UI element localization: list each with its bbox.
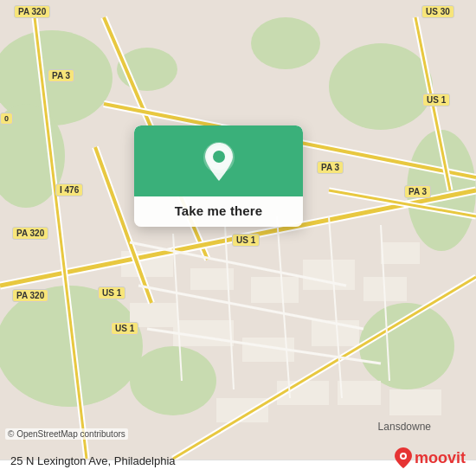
svg-rect-21 (338, 381, 381, 405)
location-pin-icon (200, 141, 238, 184)
take-me-there-card[interactable]: Take me there (134, 125, 303, 227)
road-label-us1-mid: US 1 (232, 234, 260, 247)
svg-rect-13 (303, 260, 355, 290)
svg-rect-22 (389, 389, 441, 415)
svg-point-4 (130, 346, 216, 415)
bottom-bar: 25 N Lexington Ave, Philadelphia moovit (0, 460, 476, 476)
address-label: 25 N Lexington Ave, Philadelphia (10, 454, 176, 467)
svg-point-52 (402, 454, 405, 458)
road-label-pa320-mid: PA 320 (12, 227, 48, 240)
svg-point-5 (329, 43, 433, 130)
road-label-i476: I 476 (55, 183, 83, 196)
lansdowne-label: Lansdowne (378, 421, 431, 433)
svg-rect-12 (251, 277, 299, 303)
road-label-pa320-bot: PA 320 (12, 289, 48, 302)
road-label-us1-right: US 1 (422, 93, 450, 106)
take-me-there-button[interactable]: Take me there (175, 203, 263, 218)
moovit-pin-icon (394, 447, 413, 469)
moovit-logo: moovit (394, 447, 466, 469)
card-green-header (134, 125, 303, 196)
road-label-0: 0 (0, 113, 13, 125)
road-label-pa3-mid: PA 3 (317, 161, 344, 174)
road-label-us1-low1: US 1 (98, 286, 125, 299)
map-container: US 30 PA 3 US 1 PA 3 PA 3 I 476 PA 320 P… (0, 0, 476, 476)
osm-attribution: © OpenStreetMap contributors (5, 428, 128, 440)
moovit-brand-text: moovit (415, 449, 466, 467)
svg-rect-18 (381, 242, 420, 264)
svg-point-50 (213, 151, 225, 163)
road-label-pa3-right: PA 3 (404, 185, 431, 198)
road-label-pa320-top: PA 320 (14, 5, 50, 18)
svg-point-8 (251, 17, 320, 69)
road-label-pa3-top: PA 3 (48, 69, 74, 82)
road-label-us30: US 30 (421, 5, 454, 18)
road-label-us1-low2: US 1 (111, 322, 138, 335)
